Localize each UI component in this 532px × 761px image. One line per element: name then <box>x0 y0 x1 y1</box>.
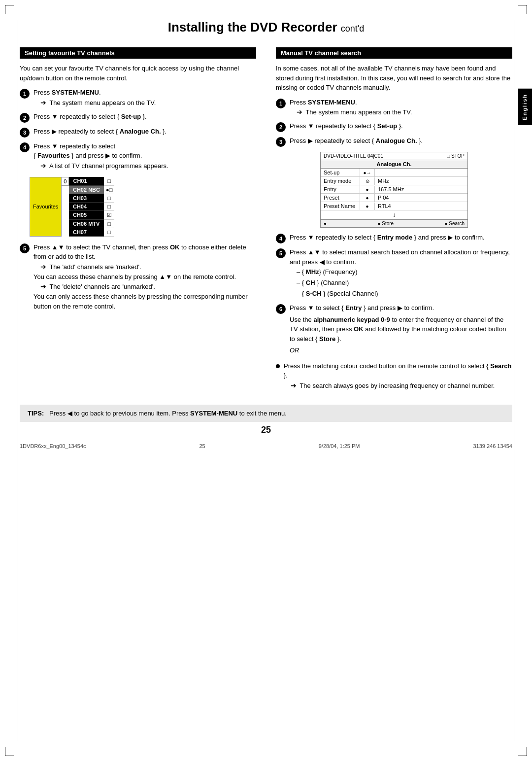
right-step-4-content: Press ▼ repeatedly to select { Entry mod… <box>290 233 512 242</box>
step-3: 3 Press ▶ repeatedly to select { Analogu… <box>20 127 256 138</box>
osd-ctrl-entry: ● <box>360 186 375 193</box>
osd-label-entrymode: Entry mode <box>321 177 360 185</box>
osd-bottom-dot: ● <box>324 221 327 226</box>
step-num-4: 4 <box>20 142 30 152</box>
corner-mark-tr <box>518 5 527 14</box>
right-step-1: 1 Press SYSTEM-MENU. ➔ The system menu a… <box>276 98 512 118</box>
step-5-content: Press ▲▼ to select the TV channel, then … <box>33 242 256 311</box>
osd-row-entrymode: Entry mode ⊙ MHz <box>321 177 467 185</box>
fav-label: Favourites <box>30 177 62 236</box>
osd-ctrl-entrymode: ⊙ <box>360 177 375 185</box>
side-rule-left <box>18 20 18 741</box>
fav-zero: 0 <box>62 177 69 185</box>
right-step-1-content: Press SYSTEM-MENU. ➔ The system menu app… <box>290 98 512 118</box>
page-title: Installing the DVD Recorder cont'd <box>20 20 512 35</box>
ch02-icon: ●□ <box>104 185 114 194</box>
osd-ctrl-presetname: ● <box>360 203 375 210</box>
osd-label-setup: Set-up <box>321 169 360 176</box>
left-intro: You can set your favourite TV channels f… <box>20 64 256 83</box>
osd-search-label: ● Search <box>444 221 465 226</box>
right-step-num-5: 5 <box>276 248 286 258</box>
step-num-5: 5 <box>20 243 30 253</box>
osd-label-entry: Entry <box>321 185 360 193</box>
osd-ctrl-preset: ● <box>360 194 375 202</box>
osd-store-label: ● Store <box>377 221 394 226</box>
bullet-step: Press the matching colour coded button o… <box>276 361 512 391</box>
footer-code: 3139 246 13454 <box>473 443 512 449</box>
two-column-layout: Setting favourite TV channels You can se… <box>20 47 512 395</box>
osd-value-preset: P 04 <box>375 194 467 202</box>
osd-label-preset: Preset <box>321 194 360 202</box>
right-step-5: 5 Press ▲▼ to select manual search based… <box>276 247 512 299</box>
osd-value-presetname: RTL4 <box>375 202 467 210</box>
right-step-2-content: Press ▼ repeatedly to select { Set-up }. <box>290 121 512 131</box>
right-step-6: 6 Press ▼ to select { Entry } and press … <box>276 303 512 357</box>
tips-text: Press ◀ to go back to previous menu item… <box>49 410 287 417</box>
ch03-icon: □ <box>104 194 114 202</box>
ch07-icon: □ <box>104 228 114 236</box>
step-2-content: Press ▼ repeatedly to select { Set-up }. <box>33 112 256 122</box>
osd-value-entrymode: MHz <box>375 177 467 185</box>
step-num-1: 1 <box>20 89 30 99</box>
step-1: 1 Press SYSTEM-MENU. ➔ The system menu a… <box>20 88 256 108</box>
tips-bar: TIPS: Press ◀ to go back to previous men… <box>20 405 512 422</box>
osd-value-setup <box>375 172 467 173</box>
ch-ch03: CH03 <box>69 194 104 202</box>
ch05-icon: ☑ <box>104 210 114 219</box>
footer-left: 1DVDR6xx_Eng00_13454c <box>20 443 86 449</box>
bullet-step-content: Press the matching colour coded button o… <box>284 361 512 391</box>
right-step-num-2: 2 <box>276 122 286 132</box>
right-step-3: 3 Press ▶ repeatedly to select { Analogu… <box>276 136 512 147</box>
footer-center: 25 <box>200 443 205 449</box>
page-container: English Installing the DVD Recorder cont… <box>0 0 532 761</box>
step-5-arrow2: ➔ The 'delete' channels are 'unmarked'. <box>33 281 256 292</box>
favourites-table: Favourites 0 CH01 □ CH02 NBC ●□ CH03 □ <box>30 177 256 237</box>
right-step-num-6: 6 <box>276 304 286 314</box>
page-number: 25 <box>20 425 512 435</box>
right-step-5-content: Press ▲▼ to select manual search based o… <box>290 247 512 299</box>
step-4: 4 Press ▼ repeatedly to select { Favouri… <box>20 141 256 171</box>
osd-row-setup: Set-up ●→ <box>321 169 467 177</box>
osd-stop: □ STOP <box>447 153 465 159</box>
osd-row-preset: Preset ● P 04 <box>321 194 467 202</box>
bullet-step-arrow: ➔ The search always goes by increasing f… <box>284 380 512 391</box>
right-step-num-4: 4 <box>276 234 286 243</box>
ch-ch05: CH05 <box>69 210 104 219</box>
osd-ctrl-setup: ●→ <box>360 169 375 176</box>
osd-top-bar: DVD-VIDEO-TITLE 04|C01 □ STOP <box>321 152 467 160</box>
step-5: 5 Press ▲▼ to select the TV channel, the… <box>20 242 256 311</box>
fav-channel-table: Favourites 0 CH01 □ CH02 NBC ●□ CH03 □ <box>30 177 114 237</box>
step-1-content: Press SYSTEM-MENU. ➔ The system menu app… <box>33 88 256 108</box>
ch01-icon: □ <box>104 177 114 185</box>
side-rule-right <box>514 20 514 741</box>
step-5-arrow1: ➔ The 'add' channels are 'marked'. <box>33 262 256 272</box>
step-num-3: 3 <box>20 128 30 138</box>
osd-dvd-info: DVD-VIDEO-TITLE 04|C01 <box>324 153 383 159</box>
corner-mark-tl <box>5 5 14 14</box>
osd-value-entry: 167.5 MHz <box>375 185 467 193</box>
right-step-1-arrow: ➔ The system menu appears on the TV. <box>290 107 512 117</box>
corner-mark-br <box>518 747 527 756</box>
bullet-dot <box>276 364 280 368</box>
sub-list: – { MHz} (Frequency) – { CH } (Channel) … <box>290 267 512 299</box>
tips-label: TIPS: <box>28 410 44 417</box>
osd-diagram: DVD-VIDEO-TITLE 04|C01 □ STOP Analogue C… <box>320 152 468 228</box>
ch-ch07: CH07 <box>69 228 104 236</box>
step-4-content: Press ▼ repeatedly to select { Favourite… <box>33 141 256 171</box>
right-intro: In some cases, not all of the available … <box>276 64 512 93</box>
right-step-4: 4 Press ▼ repeatedly to select { Entry m… <box>276 233 512 243</box>
step-1-arrow: ➔ The system menu appears on the TV. <box>33 98 256 108</box>
footer-datetime: 9/28/04, 1:25 PM <box>319 443 360 449</box>
corner-mark-bl <box>5 747 14 756</box>
ch04-icon: □ <box>104 202 114 210</box>
step-4-arrow: ➔ A list of TV channel programmes appear… <box>33 161 256 171</box>
right-section-header: Manual TV channel search <box>276 47 512 59</box>
english-tab: English <box>518 89 532 125</box>
right-step-num-1: 1 <box>276 99 286 108</box>
ch-ch04: CH04 <box>69 202 104 210</box>
right-step-3-content: Press ▶ repeatedly to select { Analogue … <box>290 136 512 146</box>
ch06-icon: □ <box>104 219 114 228</box>
step-3-content: Press ▶ repeatedly to select { Analogue … <box>33 127 256 137</box>
ch-ch06: CH06 MTV <box>69 219 104 228</box>
right-step-6-content: Press ▼ to select { Entry } and press ▶ … <box>290 303 512 357</box>
